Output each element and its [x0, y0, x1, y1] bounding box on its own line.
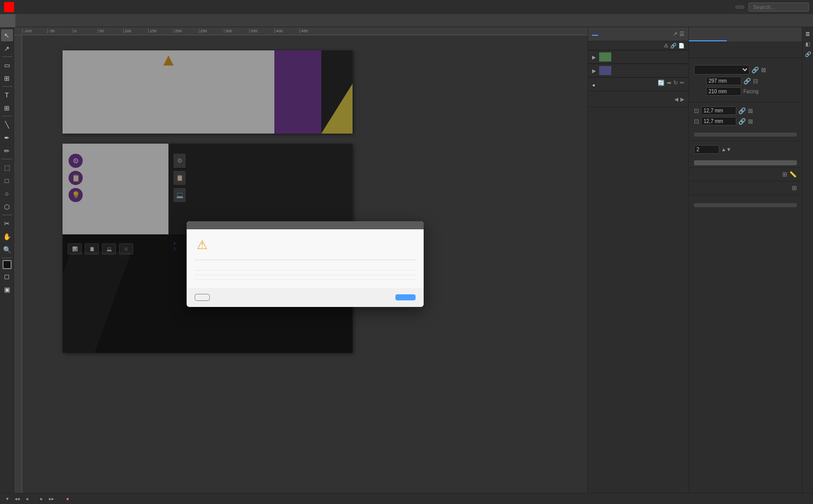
text-tool[interactable]: T [1, 89, 13, 101]
margin-bottom-input[interactable] [701, 117, 736, 125]
direct-select-tool[interactable]: ↗ [1, 42, 13, 54]
width-row: 🔗 ⊟ [694, 77, 797, 85]
zoom-dropdown-icon[interactable]: ▾ [6, 496, 9, 501]
height-input[interactable] [706, 87, 741, 96]
adjust-layout-button[interactable] [694, 133, 797, 137]
margin-top-input[interactable] [701, 106, 736, 115]
menu-window[interactable] [90, 6, 98, 8]
link-edit-icon[interactable]: ✏ [680, 80, 684, 86]
chain-icon-w: 🔗 [743, 78, 751, 85]
pencil-tool[interactable]: ✏ [1, 145, 13, 157]
zoom-tool[interactable]: 🔍 [1, 243, 13, 256]
margin-bottom-row: ⊡ 🔗 ⊠ [694, 117, 797, 125]
replace-fonts-button[interactable] [195, 294, 210, 301]
hand-tool[interactable]: ✋ [1, 230, 13, 242]
rect-tool[interactable]: □ [1, 174, 13, 186]
guides-icons: ⊞ [792, 184, 797, 192]
tool-divider-5 [2, 215, 12, 215]
font-row-1 [195, 266, 416, 271]
width-input[interactable] [706, 77, 741, 85]
menu-table[interactable] [70, 6, 78, 8]
link-goto-icon[interactable]: ➡ [667, 80, 671, 86]
panel-menu-icon[interactable]: ☰ [679, 31, 684, 37]
import-file-button[interactable] [694, 203, 797, 207]
polygon-tool[interactable]: ⬡ [1, 201, 13, 213]
link-expand-1: ▶ [592, 54, 596, 60]
no-selection-section [689, 41, 802, 58]
zoom-level: ▾ [4, 496, 9, 501]
tool-divider-2 [2, 86, 12, 87]
menu-file[interactable] [19, 6, 27, 8]
strip-layers-icon[interactable]: ◧ [803, 39, 812, 48]
menu-layout[interactable] [39, 6, 47, 8]
link-item-1[interactable]: ▶ [588, 50, 688, 64]
error-dot: ● [66, 496, 69, 501]
strip-properties-icon[interactable]: ☰ [803, 29, 812, 38]
search-input[interactable] [748, 3, 809, 12]
links-warning-icon: ⚠ [664, 43, 668, 48]
margin-portrait-icon: ⊠ [748, 107, 753, 114]
link-thumb-2 [599, 66, 611, 75]
links-tab[interactable] [602, 33, 608, 35]
properties-panel: 🔗 ⊠ 🔗 ⊟ Facing ⊡ [688, 27, 802, 493]
essentials-dropdown[interactable] [735, 6, 744, 9]
fill-color[interactable] [3, 260, 12, 269]
tab-cc-libraries[interactable] [764, 27, 802, 41]
links-page-icon: 📄 [678, 43, 684, 48]
layers-tab[interactable] [592, 33, 598, 36]
select-tool[interactable]: ↖ [1, 29, 13, 41]
font-row-3 [195, 275, 416, 280]
menu-view[interactable] [80, 6, 88, 8]
page-tool[interactable]: ▭ [1, 59, 13, 71]
menu-edit[interactable] [29, 6, 37, 8]
tab-pages[interactable] [727, 27, 765, 41]
pen-tool[interactable]: ✒ [1, 132, 13, 144]
tool-divider-4 [2, 159, 12, 159]
page-number-input[interactable] [694, 145, 719, 154]
link-relink-icon[interactable]: 🔄 [658, 80, 665, 86]
nav-back[interactable]: ◂ [26, 496, 28, 501]
normal-mode[interactable]: ◻ [1, 270, 13, 282]
preview-mode[interactable]: ▣ [1, 283, 13, 295]
link-info-prev[interactable]: ◂ [674, 94, 678, 104]
gap-tool[interactable]: ⊞ [1, 72, 13, 84]
edit-page-button[interactable] [694, 160, 797, 165]
scissors-tool[interactable]: ✂ [1, 217, 13, 229]
link-item-2[interactable]: ▶ [588, 64, 688, 78]
margin-portrait-2-icon: ⊠ [748, 118, 753, 125]
document-section: 🔗 ⊠ 🔗 ⊟ Facing [689, 58, 802, 102]
nav-forward[interactable]: ▸ [40, 496, 43, 501]
ruler-horizontal: -100 -50 0 50 100 150 200 250 300 350 40… [14, 27, 588, 35]
canvas-content[interactable]: ⚙ 📋 💡 [22, 35, 588, 493]
ellipse-tool[interactable]: ○ [1, 187, 13, 200]
left-toolbar: ↖ ↗ ▭ ⊞ T ⊞ ╲ ✒ ✏ ⬚ □ ○ ⬡ ✂ ✋ 🔍 ◻ ▣ [0, 27, 14, 493]
tab-properties[interactable] [689, 27, 727, 41]
preset-select[interactable] [694, 65, 749, 75]
expand-icon[interactable]: ↗ [673, 31, 677, 37]
guides-grid-icon[interactable]: ⊞ [792, 184, 797, 192]
ruler-icon[interactable]: 📏 [789, 171, 797, 178]
links-layers-panel: ↗ ☰ ⚠ 🔗 📄 ▶ ▶ [588, 27, 688, 493]
rulers-grids-section: ⊞ 📏 [689, 168, 802, 181]
nav-next[interactable]: ▸▸ [49, 496, 54, 501]
table-tool[interactable]: ⊞ [1, 102, 13, 114]
strip-links-icon[interactable]: 🔗 [803, 49, 812, 58]
rect-frame-tool[interactable]: ⬚ [1, 161, 13, 173]
grid-icon[interactable]: ⊞ [782, 171, 787, 178]
link-info-section: ◂ ▸ [588, 91, 688, 107]
menu-bar [0, 0, 813, 14]
errors-indicator[interactable]: ● [66, 496, 71, 501]
chain-margin-2-icon: 🔗 [738, 118, 746, 125]
tool-divider-1 [2, 56, 12, 57]
menu-type[interactable] [49, 6, 57, 8]
link-update-icon[interactable]: ↻ [673, 80, 678, 86]
canvas-area[interactable]: -100 -50 0 50 100 150 200 250 300 350 40… [14, 27, 588, 493]
link-info-next[interactable]: ▸ [680, 94, 684, 104]
nav-prev[interactable]: ◂◂ [15, 496, 20, 501]
menu-object[interactable] [60, 6, 68, 8]
skip-button[interactable] [395, 294, 416, 300]
line-tool[interactable]: ╲ [1, 118, 13, 131]
margin-bottom-icon: ⊡ [694, 118, 699, 125]
menu-help[interactable] [100, 6, 108, 8]
document-tab[interactable] [0, 14, 16, 27]
